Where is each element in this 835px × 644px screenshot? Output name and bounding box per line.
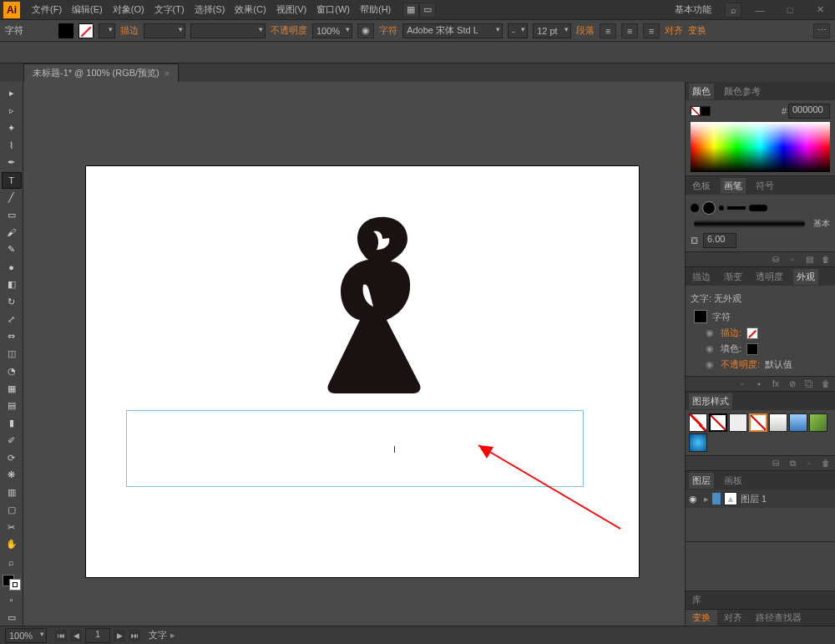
menu-effect[interactable]: 效果(C) bbox=[230, 3, 271, 16]
screen-mode-icon[interactable]: ▭ bbox=[2, 609, 22, 626]
artboard-tool[interactable]: ▢ bbox=[2, 502, 22, 519]
recolor-icon[interactable]: ◉ bbox=[357, 23, 374, 38]
appearance-type-swatch[interactable] bbox=[694, 310, 707, 323]
align-tab[interactable]: 对齐 bbox=[717, 610, 749, 626]
menu-help[interactable]: 帮助(H) bbox=[355, 3, 396, 16]
stroke-swatch[interactable] bbox=[78, 23, 94, 38]
panel-fill-stroke[interactable] bbox=[691, 106, 711, 116]
gs-trash-icon[interactable]: 🗑 bbox=[820, 458, 832, 469]
rotate-tool[interactable]: ↻ bbox=[2, 293, 22, 310]
align-right-icon[interactable]: ≡ bbox=[643, 23, 660, 38]
fill-swatch[interactable] bbox=[58, 23, 73, 38]
brush-medium-dot[interactable] bbox=[702, 201, 716, 215]
magic-wand-tool[interactable]: ✦ bbox=[2, 120, 22, 137]
opacity-value[interactable]: 100% bbox=[312, 23, 352, 38]
options-overflow-icon[interactable]: ⋯ bbox=[813, 23, 830, 38]
appearance-stroke-link[interactable]: 描边: bbox=[721, 327, 741, 339]
rectangle-tool[interactable]: ▭ bbox=[2, 207, 22, 224]
align-label[interactable]: 对齐 bbox=[665, 24, 683, 37]
zoom-level-dropdown[interactable]: 100% bbox=[5, 628, 47, 643]
swatch-dropdown[interactable] bbox=[99, 23, 115, 38]
add-fill-icon[interactable]: ▪ bbox=[753, 378, 765, 390]
brush-def-dropdown[interactable] bbox=[190, 23, 266, 38]
layer-name[interactable]: 图层 1 bbox=[741, 493, 767, 505]
appearance-fill-swatch[interactable] bbox=[746, 343, 758, 355]
canvas[interactable] bbox=[23, 82, 685, 626]
width-tool[interactable]: ⇔ bbox=[2, 328, 22, 345]
last-artboard-icon[interactable]: ⏭ bbox=[129, 630, 140, 641]
menu-view[interactable]: 视图(V) bbox=[271, 3, 312, 16]
draw-mode-icon[interactable]: ▫ bbox=[2, 591, 22, 608]
appearance-subtab[interactable]: 外观 bbox=[793, 269, 818, 285]
close-tab-icon[interactable]: × bbox=[164, 68, 170, 79]
gs-lib-icon[interactable]: ⛁ bbox=[770, 458, 782, 469]
fill-stroke-control[interactable] bbox=[3, 575, 21, 591]
eraser-tool[interactable]: ◧ bbox=[2, 276, 22, 293]
appearance-stroke-swatch[interactable] bbox=[746, 327, 758, 339]
menu-type[interactable]: 文字(T) bbox=[149, 3, 190, 16]
line-tool[interactable]: ╱ bbox=[2, 190, 22, 206]
duplicate-icon[interactable]: ⿻ bbox=[803, 378, 815, 390]
style-5[interactable] bbox=[769, 413, 787, 432]
menu-window[interactable]: 窗口(W) bbox=[311, 3, 355, 16]
direct-selection-tool[interactable]: ▹ bbox=[2, 103, 22, 119]
brush-tiny-dot[interactable] bbox=[719, 205, 724, 210]
clear-appearance-icon[interactable]: ⊘ bbox=[787, 378, 798, 390]
gradient-subtab[interactable]: 渐变 bbox=[721, 269, 746, 285]
document-tab[interactable]: 未标题-1* @ 100% (RGB/预览) × bbox=[23, 63, 179, 82]
menu-edit[interactable]: 编辑(E) bbox=[67, 3, 108, 16]
brush-oval[interactable] bbox=[749, 205, 767, 211]
perspective-tool[interactable]: ▦ bbox=[2, 380, 22, 397]
hex-input[interactable]: 000000 bbox=[788, 104, 830, 119]
align-center-icon[interactable]: ≡ bbox=[621, 23, 638, 38]
style-8[interactable] bbox=[689, 434, 707, 452]
panel-new-icon[interactable]: ▫ bbox=[787, 254, 798, 266]
window-close-icon[interactable]: ✕ bbox=[808, 3, 832, 17]
stroke-color[interactable] bbox=[9, 579, 21, 591]
panel-lib-icon[interactable]: ⛁ bbox=[770, 254, 782, 266]
lasso-tool[interactable]: ⌇ bbox=[2, 137, 22, 154]
opacity-label[interactable]: 不透明度 bbox=[271, 24, 307, 37]
eyedropper-tool[interactable]: ✐ bbox=[2, 433, 22, 449]
window-minimize-icon[interactable]: — bbox=[748, 3, 772, 17]
artboards-tab[interactable]: 画板 bbox=[721, 473, 746, 489]
font-family-dropdown[interactable]: Adobe 宋体 Std L bbox=[402, 23, 503, 38]
panel-options-icon[interactable]: ▤ bbox=[803, 254, 815, 266]
font-size-dropdown[interactable]: 12 pt bbox=[533, 23, 571, 38]
paragraph-label[interactable]: 段落 bbox=[576, 24, 595, 37]
brush-list[interactable] bbox=[691, 198, 830, 218]
hand-tool[interactable]: ✋ bbox=[2, 536, 22, 553]
libraries-tab[interactable]: 库 bbox=[689, 592, 705, 608]
symbols-tab[interactable]: 符号 bbox=[752, 178, 777, 194]
color-tab[interactable]: 颜色 bbox=[689, 84, 714, 99]
layer-expand-icon[interactable]: ▸ bbox=[704, 494, 709, 505]
artboard-number-input[interactable]: 1 bbox=[85, 628, 110, 643]
shape-builder-tool[interactable]: ◔ bbox=[2, 363, 22, 379]
panel-trash-icon[interactable]: 🗑 bbox=[820, 254, 832, 266]
visibility-toggle-opacity[interactable]: ◉ bbox=[706, 359, 716, 370]
add-stroke-icon[interactable]: ▫ bbox=[736, 378, 748, 390]
slice-tool[interactable]: ✂ bbox=[2, 519, 22, 535]
stroke-subtab[interactable]: 描边 bbox=[689, 269, 714, 285]
stroke-label[interactable]: 描边 bbox=[120, 24, 139, 37]
style-default[interactable] bbox=[689, 413, 707, 432]
add-effect-icon[interactable]: fx bbox=[770, 378, 782, 390]
brush-preview[interactable] bbox=[694, 220, 805, 228]
graph-tool[interactable]: ▥ bbox=[2, 484, 22, 501]
brushes-tab[interactable]: 画笔 bbox=[721, 178, 746, 194]
pathfinder-tab[interactable]: 路径查找器 bbox=[749, 610, 808, 626]
window-maximize-icon[interactable]: □ bbox=[778, 3, 802, 17]
mesh-tool[interactable]: ▤ bbox=[2, 398, 22, 414]
stroke-weight-dropdown[interactable] bbox=[144, 23, 185, 38]
swatches-tab[interactable]: 色板 bbox=[689, 178, 714, 194]
color-guide-tab[interactable]: 颜色参考 bbox=[721, 84, 764, 99]
zoom-tool[interactable]: ⌕ bbox=[2, 554, 22, 570]
arrange-docs-icon[interactable]: ▭ bbox=[419, 3, 436, 18]
appearance-opacity-link[interactable]: 不透明度: bbox=[721, 358, 760, 371]
character-panel-link[interactable]: 字符 bbox=[5, 24, 23, 37]
style-2[interactable] bbox=[709, 413, 727, 432]
style-4[interactable] bbox=[749, 413, 767, 432]
menu-file[interactable]: 文件(F) bbox=[27, 3, 67, 16]
search-icon[interactable]: ⌕ bbox=[725, 3, 741, 18]
blend-tool[interactable]: ⟳ bbox=[2, 449, 22, 466]
